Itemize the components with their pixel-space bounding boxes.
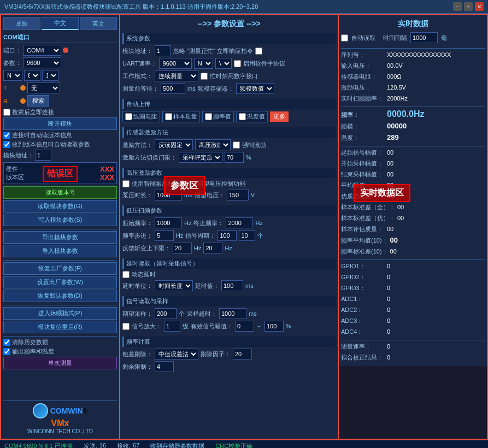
disconnect-button[interactable]: 断开模块 <box>3 117 117 130</box>
excite-voltage-value: 120.5V <box>387 84 406 91</box>
export-params-button[interactable]: 导出模块参数 <box>3 231 117 244</box>
signal-gain-input[interactable] <box>164 321 180 332</box>
avg-amplitude-value: 00 <box>387 182 393 188</box>
freq-label: 频率： <box>341 111 385 119</box>
excite-method-row: 激励方法： 反读固定 高压激励 强制激励 <box>122 139 336 150</box>
freq-step-input[interactable] <box>155 230 174 241</box>
uart-v-select[interactable]: V <box>215 58 232 69</box>
work-mode-select[interactable]: 连续测量 <box>155 70 198 81</box>
coil-resist-checkbox[interactable] <box>125 113 132 120</box>
search-button[interactable]: 搜索 <box>27 95 49 107</box>
switch-limit-input[interactable] <box>225 152 244 163</box>
status-bar: COM4 9600 N 8 1 已连接 发送: 16 接收: 67 收到存储器参… <box>0 440 488 448</box>
remainder-limit-input[interactable] <box>155 361 174 372</box>
minimize-button[interactable]: － <box>453 2 462 11</box>
delay-value-input[interactable] <box>221 280 243 291</box>
valid-amplitude-min-input[interactable] <box>235 321 254 332</box>
excite-type-select[interactable]: 高压激励 <box>195 139 231 150</box>
reboot-button[interactable]: 模块复位重启(R) <box>3 321 117 333</box>
pump-time-input[interactable] <box>155 190 182 201</box>
busy-digital-checkbox[interactable] <box>201 73 208 80</box>
freq-step-unit: Hz <box>176 232 183 239</box>
read-module-params-button[interactable]: 读取模块参数(G) <box>3 200 117 213</box>
sample-timeout-input[interactable] <box>219 308 246 319</box>
auto-upload-row: 线圈电阻 样本质量 频率值 温度值 更多 <box>122 111 336 122</box>
stopbits-select[interactable]: 1 <box>42 70 58 81</box>
recv-label: 接收: <box>117 442 131 448</box>
write-module-params-button[interactable]: 写入模块参数(S) <box>3 214 117 226</box>
window-controls: － ＋ ✕ <box>453 2 484 11</box>
smart-pump-checkbox[interactable] <box>122 180 130 187</box>
tab-english[interactable]: 英文 <box>80 17 117 30</box>
module-addr-input[interactable] <box>35 150 51 161</box>
end-freq-label: 终止频率： <box>193 219 224 227</box>
time-interval-input[interactable] <box>410 32 438 43</box>
auto-version-checkbox[interactable] <box>3 132 10 139</box>
dynamic-delay-checkbox[interactable] <box>122 271 130 278</box>
gpio1-label: GPIO1： <box>341 262 385 270</box>
delay-unit-select[interactable]: 时间长度 <box>155 280 193 291</box>
remove-factor-input[interactable] <box>233 349 252 359</box>
auto-read-checkbox-right[interactable] <box>341 34 348 42</box>
start-freq-input[interactable] <box>155 217 182 228</box>
gpio3-row: GPIO3： 0 <box>341 284 485 293</box>
set-factory-button[interactable]: 设置出厂参数(W) <box>3 276 117 288</box>
uart-baud-select[interactable]: 9600 <box>159 58 192 69</box>
import-params-button[interactable]: 导入模块参数 <box>3 245 117 257</box>
valid-amplitude-max-input[interactable] <box>264 321 284 332</box>
close-button[interactable]: ✕ <box>475 2 484 11</box>
end-freq-input[interactable] <box>226 217 253 228</box>
t-select[interactable]: 无 <box>27 82 60 93</box>
tab-chinese[interactable]: 中文 <box>42 17 79 30</box>
uart-n-select[interactable]: N <box>194 58 213 69</box>
parity-select[interactable]: N <box>3 70 22 81</box>
port-select[interactable]: COM4 <box>23 45 61 56</box>
coarse-remove-select[interactable]: 中值误差法 <box>155 349 198 359</box>
adc1-row: ADC1： 0 <box>341 294 485 304</box>
period-control-checkbox[interactable] <box>176 180 183 187</box>
clear-history-label: 清除历史数据 <box>12 338 48 346</box>
scan-freq-value: 2000Hz <box>387 95 408 102</box>
wait-input[interactable] <box>161 83 185 94</box>
feedback-max-input[interactable] <box>203 243 222 254</box>
restore-default-button[interactable]: 恢复默认参数(D) <box>3 290 117 302</box>
sample-section: 信号读取与采样 期望采样： 个 采样超时： ms 信号放大： 级 有效信号幅值： <box>122 296 336 333</box>
sleep-mode-button[interactable]: 进入休眠模式(P) <box>3 307 117 320</box>
sample-end-label: 结束采样幅值： <box>341 170 385 179</box>
expected-voltage-input[interactable] <box>227 190 249 201</box>
more-button[interactable]: 更多 <box>270 111 289 122</box>
auto-read-checkbox[interactable] <box>3 141 10 148</box>
auto-connect-checkbox[interactable] <box>3 109 10 116</box>
sample-start-label: 开始采样幅值： <box>341 160 385 168</box>
module-addr-param-input[interactable] <box>155 45 171 56</box>
restore-factory-button[interactable]: 恢复出厂参数(F) <box>3 262 117 275</box>
switch-limit-select[interactable]: 采样评定质量值 <box>179 152 222 163</box>
signal-period-input1[interactable] <box>217 230 237 241</box>
expected-sample-input[interactable] <box>155 308 177 319</box>
excite-method-select[interactable]: 反读固定 <box>155 139 193 150</box>
remainder-limit-label: 剩余限制： <box>122 363 152 371</box>
signal-gain-checkbox[interactable] <box>122 323 130 330</box>
force-excite-checkbox[interactable] <box>233 142 240 149</box>
baud-select[interactable]: 9600 <box>23 57 61 68</box>
startup-handshake-checkbox[interactable] <box>234 60 241 67</box>
temp-value-checkbox[interactable] <box>239 113 246 120</box>
single-measure-button[interactable]: 单次测量 <box>3 357 117 369</box>
databits-select[interactable]: 8 <box>24 70 40 81</box>
time-interval-label: 时间间隔 <box>383 34 407 42</box>
freq-value-checkbox[interactable] <box>205 113 212 120</box>
sample-quality-checkbox[interactable] <box>165 113 172 120</box>
freq-store-select[interactable]: 频模数值 <box>236 83 274 94</box>
maximize-button[interactable]: ＋ <box>464 2 473 11</box>
output-freq-checkbox[interactable] <box>3 348 10 355</box>
tab-skin[interactable]: 皮肤 <box>3 17 40 30</box>
adc3-value: 0 <box>387 317 390 324</box>
adc3-label: ADC3： <box>341 317 385 325</box>
read-version-button[interactable]: 读取版本号 <box>3 186 117 199</box>
feedback-min-input[interactable] <box>173 243 192 254</box>
clear-history-checkbox[interactable] <box>3 339 10 346</box>
ignore-busy-checkbox[interactable] <box>255 48 262 55</box>
pump-time-label: 泵压时长： <box>122 191 152 199</box>
sensor-excite-section: 传感器激励方法 激励方法： 反读固定 高压激励 强制激励 激励方法切换门限： 采… <box>122 127 336 164</box>
signal-period-input2[interactable] <box>239 230 255 241</box>
